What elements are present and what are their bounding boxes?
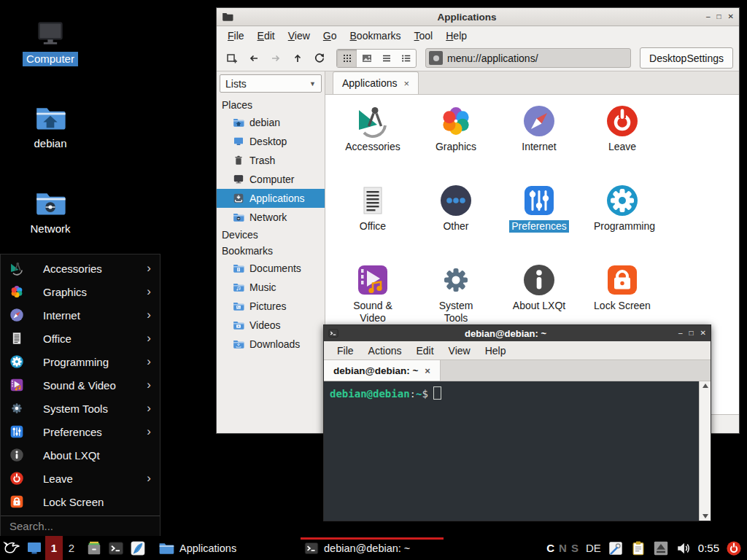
thumbnail-view-button[interactable] xyxy=(357,50,376,67)
forward-button[interactable] xyxy=(266,49,285,68)
maximize-button[interactable]: □ xyxy=(717,13,721,20)
menu-tool[interactable]: Tool xyxy=(408,28,440,44)
minimize-button[interactable]: – xyxy=(678,330,683,337)
menu-file[interactable]: File xyxy=(221,28,251,44)
desktop-icon-debian[interactable]: debian xyxy=(15,102,86,151)
power-button-icon[interactable] xyxy=(726,540,742,556)
main-menu-button[interactable] xyxy=(0,536,23,560)
menu-item-programming[interactable]: Programming› xyxy=(1,350,160,373)
task-button-terminal[interactable]: debian@debian: ~ xyxy=(299,536,445,560)
menu-file[interactable]: File xyxy=(330,343,361,359)
tab-close-icon[interactable]: × xyxy=(425,365,430,376)
workspace-1-button[interactable]: 1 xyxy=(45,536,63,560)
back-button[interactable] xyxy=(244,49,263,68)
quicklaunch-file-manager-button[interactable] xyxy=(83,536,105,560)
close-button[interactable]: ✕ xyxy=(700,330,706,337)
workspace-2-button[interactable]: 2 xyxy=(63,536,80,560)
menu-item-label: About LXQt xyxy=(43,449,151,462)
grid-item-label: Other xyxy=(441,220,471,233)
grid-item-accessories[interactable]: Accessories xyxy=(331,104,414,183)
task-button-applications[interactable]: Applications xyxy=(153,536,299,560)
grid-item-programming[interactable]: Programming xyxy=(581,183,664,262)
sidebar-item-videos[interactable]: Videos xyxy=(217,316,325,335)
sidebar-item-network[interactable]: Network xyxy=(217,208,325,227)
menu-view[interactable]: View xyxy=(441,343,478,359)
sidebar-item-music[interactable]: Music xyxy=(217,278,325,297)
menu-go[interactable]: Go xyxy=(317,28,344,44)
reload-button[interactable] xyxy=(310,49,329,68)
grid-item-internet[interactable]: Internet xyxy=(498,104,581,183)
compact-view-icon xyxy=(400,52,412,64)
menu-edit[interactable]: Edit xyxy=(409,343,441,359)
terminal-scrollbar[interactable] xyxy=(699,381,711,521)
fm-titlebar[interactable]: Applications – □ ✕ xyxy=(217,8,739,26)
keyboard-layout-indicator[interactable]: DE xyxy=(586,542,601,554)
close-button[interactable]: ✕ xyxy=(728,13,734,20)
detailed-list-button[interactable] xyxy=(376,50,396,67)
up-button[interactable] xyxy=(288,49,307,68)
sidebar-mode-combobox[interactable]: Lists ▼ xyxy=(220,74,322,93)
icon-view-button[interactable] xyxy=(337,50,357,67)
menu-help[interactable]: Help xyxy=(478,343,514,359)
grid-item-leave[interactable]: Leave xyxy=(581,104,664,183)
menu-item-lock-screen[interactable]: Lock Screen xyxy=(1,490,160,513)
address-bar[interactable]: menu://applications/ xyxy=(425,48,631,68)
minimize-button[interactable]: – xyxy=(706,13,711,20)
grid-item-office[interactable]: Office xyxy=(331,183,414,262)
menu-item-sound-video[interactable]: Sound & Video› xyxy=(1,373,160,397)
menu-edit[interactable]: Edit xyxy=(251,28,282,44)
menu-bookmarks[interactable]: Bookmarks xyxy=(344,28,408,44)
clipboard-tray-icon[interactable] xyxy=(630,540,646,556)
tab-close-icon[interactable]: × xyxy=(404,78,410,89)
desktop: { "desktop": { "icons": [ {"label": "Com… xyxy=(0,0,747,560)
quicklaunch-terminal-button[interactable] xyxy=(105,536,127,560)
scroll-up-arrow-icon[interactable] xyxy=(703,384,708,388)
menu-view[interactable]: View xyxy=(282,28,317,44)
menu-item-about-lxqt[interactable]: About LXQt xyxy=(1,443,160,467)
grid-item-other[interactable]: Other xyxy=(414,183,498,262)
desktop-icon-computer[interactable]: Computer xyxy=(15,18,86,66)
menu-item-office[interactable]: Office› xyxy=(1,327,160,350)
menu-item-preferences[interactable]: Preferences› xyxy=(1,420,160,443)
sidebar-item-computer[interactable]: Computer xyxy=(217,170,325,189)
desktop-settings-button[interactable]: DesktopSettings xyxy=(640,47,733,69)
menu-actions[interactable]: Actions xyxy=(361,343,409,359)
volume-icon[interactable] xyxy=(676,540,692,556)
quicklaunch-featherpad-button[interactable] xyxy=(127,536,149,560)
menu-item-internet[interactable]: Internet› xyxy=(1,303,160,327)
keyboard-indicator[interactable]: C N S xyxy=(546,542,579,554)
address-text[interactable]: menu://applications/ xyxy=(447,52,538,64)
clock[interactable]: 0:55 xyxy=(698,542,719,554)
maximize-button[interactable]: □ xyxy=(689,330,694,337)
menu-item-accessories[interactable]: Accessories› xyxy=(1,257,160,280)
menu-item-graphics[interactable]: Graphics› xyxy=(1,280,160,303)
eject-tray-icon[interactable] xyxy=(653,540,669,556)
window-title: debian@debian: ~ xyxy=(338,328,673,339)
menu-search-input[interactable]: Search... xyxy=(1,516,160,536)
menu-item-leave[interactable]: Leave› xyxy=(1,467,160,490)
terminal-screen[interactable]: debian@debian:~$ xyxy=(324,381,699,521)
desktop-icon-network[interactable]: Network xyxy=(15,187,86,236)
sidebar-section-bookmarks: Bookmarks xyxy=(217,243,325,259)
show-desktop-button[interactable] xyxy=(23,536,45,560)
new-tab-button[interactable] xyxy=(222,49,241,68)
sidebar-item-applications[interactable]: Applications xyxy=(217,189,325,208)
compact-view-button[interactable] xyxy=(396,50,416,67)
grid-item-graphics[interactable]: Graphics xyxy=(414,104,498,183)
menu-item-system-tools[interactable]: System Tools› xyxy=(1,397,160,420)
sidebar-item-debian[interactable]: debian xyxy=(217,113,325,132)
menu-help[interactable]: Help xyxy=(439,28,473,44)
scroll-down-arrow-icon[interactable] xyxy=(703,514,708,518)
terminal-titlebar[interactable]: debian@debian: ~ – □ ✕ xyxy=(324,325,711,341)
sidebar-item-trash[interactable]: Trash xyxy=(217,151,325,170)
grid-item-preferences[interactable]: Preferences xyxy=(498,183,581,262)
sidebar-item-pictures[interactable]: Pictures xyxy=(217,297,325,316)
tab-applications[interactable]: Applications × xyxy=(333,71,419,94)
sidebar-item-downloads[interactable]: Downloads xyxy=(217,335,325,354)
terminal-tab[interactable]: debian@debian: ~ × xyxy=(324,360,441,381)
file-manager-icon xyxy=(86,540,102,556)
scrolllock-indicator: S xyxy=(571,542,579,554)
screenshot-tray-icon[interactable] xyxy=(608,540,624,556)
sidebar-item-desktop[interactable]: Desktop xyxy=(217,132,325,151)
sidebar-item-documents[interactable]: Documents xyxy=(217,259,325,278)
